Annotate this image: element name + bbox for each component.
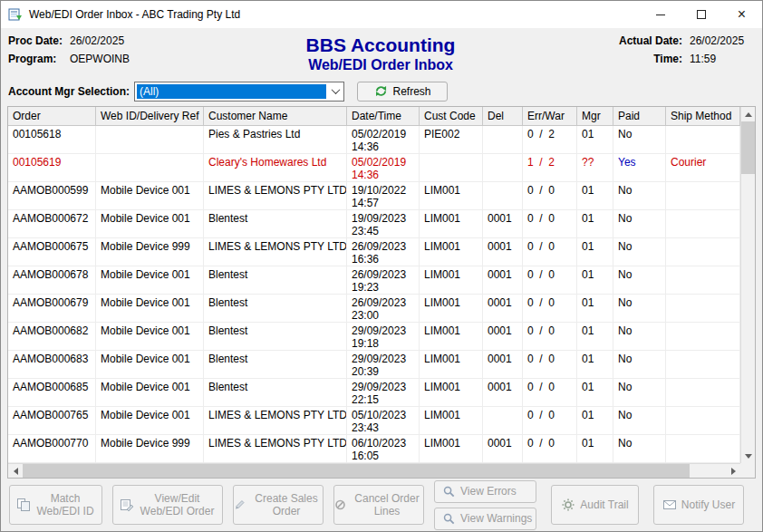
cell-web_id: Mobile Device 001 [96, 266, 204, 295]
cell-date_time: 19/10/202214:57 [347, 182, 420, 210]
create-sales-order-button[interactable]: Create Sales Order [233, 485, 324, 525]
cell-ship_method [666, 323, 740, 351]
table-row[interactable]: AAMOB000678Mobile Device 001Blentest26/0… [8, 266, 740, 295]
cell-paid: No [613, 351, 666, 379]
create-sales-order-label: Create Sales Order [250, 492, 323, 517]
table-row[interactable]: AAMOB000770Mobile Device 999LIMES & LEMO… [8, 435, 740, 463]
cell-del: 0001 [483, 351, 523, 379]
cell-customer: Blentest [204, 210, 347, 238]
column-header-paid[interactable]: Paid [613, 107, 666, 126]
grid-main: OrderWeb ID/Delivery RefCustomer NameDat… [8, 107, 740, 463]
cell-order: AAMOB000599 [8, 182, 96, 210]
cell-paid: No [613, 295, 666, 323]
notify-user-button[interactable]: Notify User [653, 485, 744, 525]
column-header-date_time[interactable]: Date/Time [347, 107, 420, 126]
account-mgr-select[interactable]: (All) [134, 82, 344, 102]
cancel-order-lines-label: Cancel Order Lines [351, 492, 423, 517]
scroll-right-button[interactable] [726, 464, 740, 478]
scroll-left-button[interactable] [8, 464, 23, 478]
arrow-down-icon [745, 454, 752, 459]
page-title: Web/EDI Order Inbox [212, 56, 549, 74]
minimize-button[interactable] [640, 1, 681, 28]
cell-err_war: 0 / 0 [523, 351, 577, 379]
table-row[interactable]: AAMOB000685Mobile Device 001Blentest29/0… [8, 379, 740, 407]
cell-cust_code: LIM001 [420, 295, 483, 323]
time-value: 11:59 [690, 53, 753, 65]
vertical-scroll-track[interactable] [741, 174, 755, 449]
table-row[interactable]: 00105619Cleary's Homewares Ltd05/02/2019… [8, 154, 740, 182]
column-header-web_id[interactable]: Web ID/Delivery Ref [96, 107, 204, 126]
column-header-ship_method[interactable]: Ship Method [666, 107, 740, 126]
cell-paid: No [613, 435, 666, 463]
table-row[interactable]: AAMOB000679Mobile Device 001Blentest26/0… [8, 295, 740, 323]
table-row[interactable]: AAMOB000765Mobile Device 001LIMES & LEMO… [8, 407, 740, 435]
cell-err_war: 0 / 0 [523, 379, 577, 407]
cell-customer: Blentest [204, 379, 347, 407]
scroll-down-button[interactable] [741, 449, 755, 463]
cell-del: 0001 [483, 323, 523, 351]
table-row[interactable]: 00105618Pies & Pastries Ltd05/02/201914:… [8, 126, 740, 154]
audit-trail-button[interactable]: Audit Trail [551, 485, 639, 525]
view-edit-webedi-order-label: View/Edit Web/EDI Order [139, 492, 217, 517]
cell-cust_code: LIM001 [420, 210, 483, 238]
table-row[interactable]: AAMOB000683Mobile Device 001Blentest29/0… [8, 351, 740, 379]
cell-mgr: 01 [577, 182, 613, 210]
cell-err_war: 0 / 0 [523, 210, 577, 238]
cell-date_time: 29/09/202319:18 [347, 323, 420, 351]
grid-body: 00105618Pies & Pastries Ltd05/02/201914:… [8, 126, 740, 463]
app-title: BBS Accounting [212, 34, 549, 56]
view-edit-webedi-order-button[interactable]: View/Edit Web/EDI Order [112, 485, 223, 525]
column-header-cust_code[interactable]: Cust Code [420, 107, 483, 126]
cell-order: AAMOB000685 [8, 379, 96, 407]
cell-mgr: 01 [577, 295, 613, 323]
table-row[interactable]: AAMOB000672Mobile Device 001Blentest19/0… [8, 210, 740, 238]
cell-order: AAMOB000672 [8, 210, 96, 238]
column-header-mgr[interactable]: Mgr [577, 107, 613, 126]
actual-date-label: Actual Date: [619, 34, 682, 47]
cancel-order-lines-button[interactable]: Cancel Order Lines [333, 485, 424, 525]
horizontal-scrollbar[interactable] [8, 463, 740, 478]
view-warnings-button[interactable]: View Warnings [434, 508, 536, 530]
horizontal-scroll-track[interactable] [690, 464, 726, 478]
cell-del: 0001 [483, 435, 523, 463]
cell-ship_method [666, 351, 740, 379]
table-row[interactable]: AAMOB000675Mobile Device 999LIMES & LEMO… [8, 238, 740, 266]
cell-ship_method [666, 126, 740, 154]
cell-cust_code: LIM001 [420, 351, 483, 379]
horizontal-scroll-thumb[interactable] [23, 464, 690, 478]
cell-date_time: 06/10/202316:05 [347, 435, 420, 463]
match-webedi-id-button[interactable]: Match Web/EDI ID [9, 485, 102, 525]
vertical-scrollbar[interactable] [740, 107, 755, 463]
actual-date-value: 26/02/2025 [690, 34, 753, 47]
cell-order: AAMOB000675 [8, 238, 96, 266]
cell-date_time: 19/09/202323:45 [347, 210, 420, 238]
close-button[interactable]: × [721, 1, 762, 28]
maximize-button[interactable] [681, 1, 721, 28]
cell-customer: Cleary's Homewares Ltd [204, 154, 347, 182]
column-header-order[interactable]: Order [8, 107, 96, 126]
vertical-scroll-thumb[interactable] [741, 121, 755, 174]
table-row[interactable]: AAMOB000599Mobile Device 001LIMES & LEMO… [8, 182, 740, 210]
combo-dropdown-button[interactable] [327, 82, 343, 101]
table-row[interactable]: AAMOB000682Mobile Device 001Blentest29/0… [8, 323, 740, 351]
cell-date_time: 29/09/202322:15 [347, 379, 420, 407]
column-header-err_war[interactable]: Err/War [523, 107, 577, 126]
cell-web_id: Mobile Device 001 [96, 379, 204, 407]
cell-customer: Blentest [204, 266, 347, 295]
column-header-customer[interactable]: Customer Name [204, 107, 347, 126]
cancel-icon [334, 498, 346, 512]
errors-warnings-group: View Errors View Warnings [434, 480, 536, 530]
column-header-del[interactable]: Del [483, 107, 523, 126]
cell-order: AAMOB000770 [8, 435, 96, 463]
cell-err_war: 0 / 0 [523, 407, 577, 435]
scroll-up-button[interactable] [741, 107, 755, 121]
refresh-button[interactable]: Refresh [357, 82, 448, 102]
cell-err_war: 0 / 0 [523, 323, 577, 351]
cell-cust_code: LIM001 [420, 266, 483, 295]
header-right: Actual Date: 26/02/2025 Time: 11:59 [549, 34, 753, 80]
app-icon [8, 7, 23, 22]
view-errors-button[interactable]: View Errors [434, 480, 536, 503]
cell-date_time: 26/09/202319:23 [347, 266, 420, 295]
match-icon [16, 498, 31, 512]
cell-web_id: Mobile Device 001 [96, 182, 204, 210]
